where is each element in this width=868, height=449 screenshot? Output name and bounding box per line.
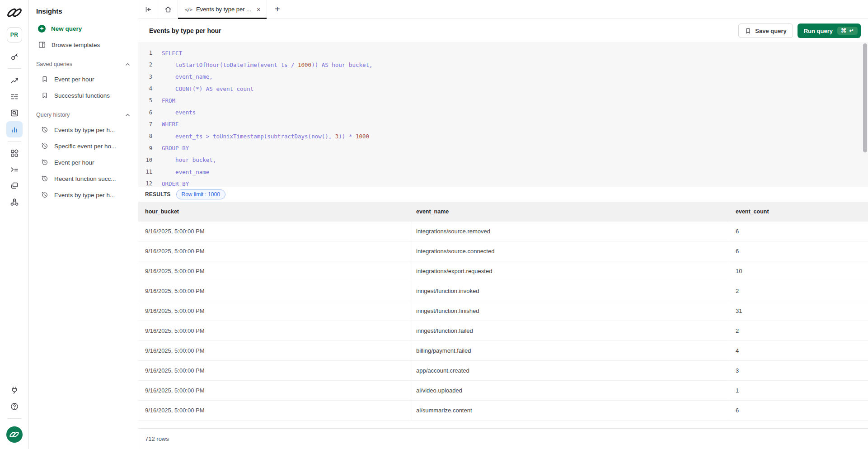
sidebar-item-history-query[interactable]: Events by type per h... xyxy=(29,187,138,203)
table-row[interactable]: 9/16/2025, 5:00:00 PM app/account.create… xyxy=(138,361,868,381)
cli-icon[interactable] xyxy=(6,161,23,178)
sidebar-item-history-query[interactable]: Specific event per ho... xyxy=(29,138,138,154)
browse-templates-button[interactable]: Browse templates xyxy=(29,37,138,53)
saved-query-label: Successful functions xyxy=(54,92,110,99)
run-query-label: Run query xyxy=(804,28,833,34)
apps-icon[interactable] xyxy=(6,145,23,161)
table-row[interactable]: 9/16/2025, 5:00:00 PM inngest/function.i… xyxy=(138,281,868,301)
help-icon[interactable] xyxy=(6,398,23,415)
event-logs-icon[interactable] xyxy=(6,89,23,105)
new-tab-button[interactable]: + xyxy=(267,0,288,19)
line-number: 9 xyxy=(138,145,152,151)
plus-circle-icon: + xyxy=(38,25,46,33)
run-query-button[interactable]: Run query ⌘ ↵ xyxy=(798,24,861,38)
templates-icon xyxy=(38,41,46,49)
row-limit-badge[interactable]: Row limit : 1000 xyxy=(176,189,225,199)
column-header-hour-bucket[interactable]: hour_bucket xyxy=(138,202,412,222)
sidebar-item-history-query[interactable]: Recent function succ... xyxy=(29,170,138,187)
cell-event-name: ai/video.uploaded xyxy=(412,381,729,400)
cell-event-name: integrations/source.connected xyxy=(412,241,729,261)
cell-event-name: billing/payment.failed xyxy=(412,341,729,360)
cell-event-name: inngest/function.invoked xyxy=(412,281,729,301)
table-row[interactable]: 9/16/2025, 5:00:00 PM ai/video.uploaded … xyxy=(138,381,868,401)
sql-token: )) * xyxy=(338,133,356,140)
cell-hour-bucket: 9/16/2025, 5:00:00 PM xyxy=(138,281,412,301)
column-header-event-name[interactable]: event_name xyxy=(412,202,729,222)
sql-editor[interactable]: 1 SELECT 2 toStartOfHour(toDateTime(even… xyxy=(138,43,868,187)
sql-token: event_ts > toUnixTimestamp(subtractDays(… xyxy=(162,133,335,140)
enter-icon: ↵ xyxy=(849,28,854,34)
history-icon xyxy=(41,158,49,166)
table-row[interactable]: 9/16/2025, 5:00:00 PM inngest/function.f… xyxy=(138,321,868,341)
cell-event-name: ai/summarize.content xyxy=(412,401,729,420)
table-row[interactable]: 9/16/2025, 5:00:00 PM integrations/sourc… xyxy=(138,222,868,241)
table-row[interactable]: 9/16/2025, 5:00:00 PM inngest/function.f… xyxy=(138,301,868,321)
insights-icon-active[interactable] xyxy=(6,121,23,137)
table-row[interactable]: 9/16/2025, 5:00:00 PM integrations/expor… xyxy=(138,261,868,281)
history-icon xyxy=(41,175,49,183)
line-number: 6 xyxy=(138,109,152,116)
cell-event-count: 6 xyxy=(729,241,868,261)
sidebar-item-history-query[interactable]: Events by type per h... xyxy=(29,122,138,138)
windows-icon[interactable] xyxy=(6,178,23,194)
sql-token: COUNT(*) AS event_count xyxy=(162,85,253,92)
code-line: 2 toStartOfHour(toDateTime(event_ts / 10… xyxy=(138,59,868,71)
table-row[interactable]: 9/16/2025, 5:00:00 PM integrations/sourc… xyxy=(138,241,868,261)
cell-event-name: inngest/function.failed xyxy=(412,321,729,340)
results-bar: RESULTS Row limit : 1000 xyxy=(138,187,868,202)
webhook-icon[interactable] xyxy=(6,194,23,210)
table-footer: 712 rows xyxy=(138,428,868,449)
history-query-label: Events by type per h... xyxy=(54,192,115,199)
editor-scrollbar[interactable] xyxy=(863,43,867,152)
chevron-up-icon[interactable] xyxy=(125,112,131,118)
cell-event-count: 2 xyxy=(729,281,868,301)
sidebar-item-history-query[interactable]: Event per hour xyxy=(29,154,138,170)
collapse-sidebar-button[interactable] xyxy=(138,0,158,19)
keys-icon[interactable] xyxy=(6,48,23,65)
cell-event-count: 3 xyxy=(729,361,868,380)
sql-token: SELECT xyxy=(162,50,182,57)
cell-event-count: 31 xyxy=(729,301,868,321)
tab-events-by-type[interactable]: </> Events by type per ... × xyxy=(178,0,267,19)
sidebar-item-saved-query[interactable]: Event per hour xyxy=(29,71,138,87)
code-line: 4 COUNT(*) AS event_count xyxy=(138,83,868,95)
table-row-partial xyxy=(138,421,868,428)
cell-event-name: app/account.created xyxy=(412,361,729,380)
new-query-button[interactable]: + New query xyxy=(29,20,138,37)
cell-hour-bucket: 9/16/2025, 5:00:00 PM xyxy=(138,321,412,340)
sql-number: 1000 xyxy=(356,133,369,140)
save-query-button[interactable]: Save query xyxy=(738,24,793,38)
sidebar-item-saved-query[interactable]: Successful functions xyxy=(29,87,138,104)
sql-token: FROM xyxy=(162,97,175,104)
history-icon xyxy=(41,126,49,134)
metrics-icon[interactable] xyxy=(6,72,23,89)
code-line: 7 WHERE xyxy=(138,118,868,130)
section-saved-queries: Saved queries xyxy=(29,57,138,71)
cell-hour-bucket: 9/16/2025, 5:00:00 PM xyxy=(138,401,412,420)
browse-templates-label: Browse templates xyxy=(52,42,100,48)
line-number: 5 xyxy=(138,97,152,104)
column-header-event-count[interactable]: event_count xyxy=(729,202,868,222)
cell-event-count: 6 xyxy=(729,222,868,241)
divider xyxy=(8,68,21,69)
insights-app: PR xyxy=(0,0,868,449)
plug-icon[interactable] xyxy=(6,382,23,398)
sql-token: toStartOfHour(toDateTime(event_ts / xyxy=(162,61,298,68)
workspace-avatar[interactable] xyxy=(6,426,23,443)
section-label: Query history xyxy=(36,112,70,118)
inngest-logo-icon[interactable] xyxy=(6,6,23,19)
home-tab-button[interactable] xyxy=(158,0,178,19)
close-tab-icon[interactable]: × xyxy=(257,6,261,13)
cmd-icon: ⌘ xyxy=(841,28,847,34)
history-query-label: Events by type per h... xyxy=(54,127,115,133)
table-row[interactable]: 9/16/2025, 5:00:00 PM ai/summarize.conte… xyxy=(138,401,868,421)
chevron-up-icon[interactable] xyxy=(125,61,131,67)
line-number: 3 xyxy=(138,74,152,80)
profile-avatar[interactable]: PR xyxy=(7,27,22,43)
sql-token: )) AS hour_bucket, xyxy=(311,61,372,68)
cell-event-name: integrations/source.removed xyxy=(412,222,729,241)
new-query-label: New query xyxy=(51,25,82,32)
table-row[interactable]: 9/16/2025, 5:00:00 PM billing/payment.fa… xyxy=(138,341,868,361)
doc-search-icon[interactable] xyxy=(6,105,23,121)
tab-label: Events by type per ... xyxy=(196,6,251,13)
